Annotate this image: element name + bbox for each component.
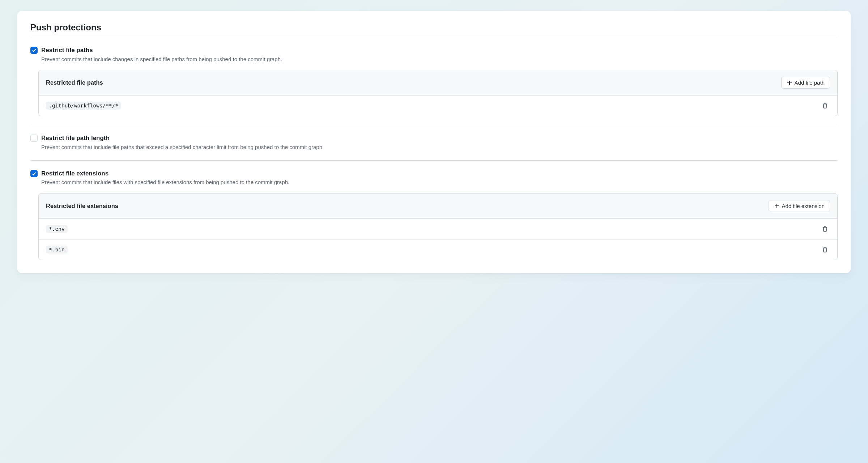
add-button-label: Add file path	[795, 80, 825, 86]
setting-header: Restrict file extensions Prevent commits…	[30, 169, 838, 187]
setting-text: Restrict file paths Prevent commits that…	[41, 46, 838, 63]
list-row: .github/workflows/**/*	[39, 95, 837, 116]
section-title: Push protections	[30, 22, 838, 37]
check-icon	[31, 48, 37, 53]
setting-restrict-file-extensions: Restrict file extensions Prevent commits…	[30, 161, 838, 269]
setting-restrict-file-path-length: Restrict file path length Prevent commit…	[30, 125, 838, 160]
plus-icon	[787, 80, 792, 86]
list-header: Restricted file paths Add file path	[39, 70, 837, 95]
list-header: Restricted file extensions Add file exte…	[39, 194, 837, 219]
setting-label: Restrict file extensions	[41, 169, 838, 178]
setting-text: Restrict file path length Prevent commit…	[41, 134, 838, 151]
trash-icon	[822, 102, 828, 109]
checkbox-restrict-file-paths[interactable]	[30, 47, 38, 54]
file-extension-value: *.bin	[46, 246, 68, 254]
file-extension-value: *.env	[46, 225, 68, 233]
setting-description: Prevent commits that include file paths …	[41, 143, 838, 152]
delete-file-extension-button[interactable]	[820, 245, 830, 255]
setting-text: Restrict file extensions Prevent commits…	[41, 169, 838, 187]
restricted-file-extensions-box: Restricted file extensions Add file exte…	[38, 193, 838, 260]
setting-header: Restrict file paths Prevent commits that…	[30, 46, 838, 63]
checkbox-restrict-file-extensions[interactable]	[30, 170, 38, 177]
list-header-title: Restricted file extensions	[46, 203, 118, 209]
setting-description: Prevent commits that include changes in …	[41, 55, 838, 64]
setting-label: Restrict file path length	[41, 134, 838, 143]
setting-description: Prevent commits that include files with …	[41, 178, 838, 187]
restricted-file-paths-box: Restricted file paths Add file path .git…	[38, 70, 838, 116]
checkbox-restrict-file-path-length[interactable]	[30, 135, 38, 142]
list-header-title: Restricted file paths	[46, 79, 103, 86]
trash-icon	[822, 226, 828, 232]
setting-label: Restrict file paths	[41, 46, 838, 55]
add-button-label: Add file extension	[782, 203, 825, 209]
add-file-extension-button[interactable]: Add file extension	[769, 200, 830, 212]
add-file-path-button[interactable]: Add file path	[781, 77, 830, 89]
delete-file-extension-button[interactable]	[820, 224, 830, 234]
setting-header: Restrict file path length Prevent commit…	[30, 134, 838, 151]
plus-icon	[774, 203, 780, 209]
file-path-value: .github/workflows/**/*	[46, 102, 121, 110]
trash-icon	[822, 246, 828, 253]
settings-card: Push protections Restrict file paths Pre…	[17, 11, 851, 273]
check-icon	[31, 171, 37, 176]
delete-file-path-button[interactable]	[820, 101, 830, 111]
list-row: *.bin	[39, 239, 837, 260]
list-row: *.env	[39, 219, 837, 239]
setting-restrict-file-paths: Restrict file paths Prevent commits that…	[30, 37, 838, 125]
